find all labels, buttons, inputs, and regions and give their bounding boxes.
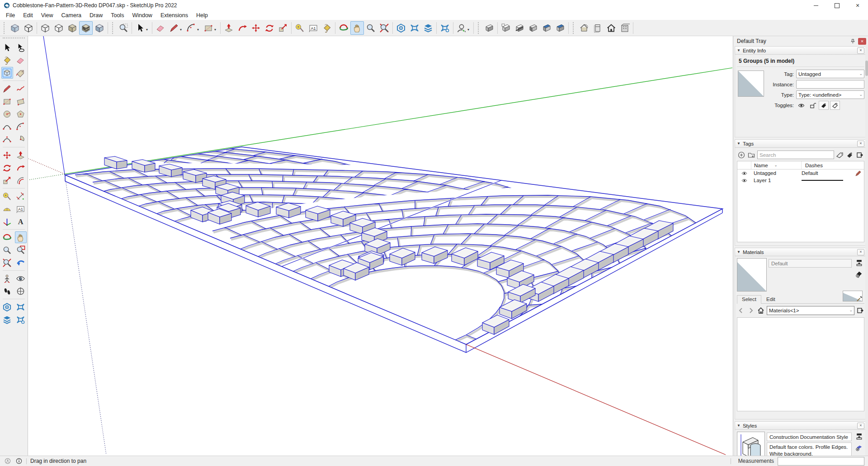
entity-info-header[interactable]: ▼ Entity Info ×: [735, 46, 867, 55]
materials-tab-select[interactable]: Select: [737, 295, 761, 304]
zoom-selection-icon[interactable]: [117, 21, 130, 35]
zoom-icon[interactable]: [1, 244, 13, 256]
instance-input[interactable]: [796, 80, 864, 89]
close-button[interactable]: ×: [847, 0, 868, 11]
toolbar-drag-handle[interactable]: [4, 22, 6, 34]
styles-close-button[interactable]: ×: [857, 423, 864, 429]
material-name-field[interactable]: Default: [769, 259, 852, 268]
axes-icon[interactable]: [1, 216, 13, 227]
zoom-extents-icon[interactable]: [377, 21, 391, 35]
followme-icon[interactable]: [15, 162, 27, 174]
iso-view-icon[interactable]: [577, 21, 591, 35]
tray-close-button[interactable]: ×: [858, 38, 866, 45]
section-plane-icon[interactable]: [482, 21, 496, 35]
pushpull-icon[interactable]: [15, 149, 27, 161]
shaded-textures-icon[interactable]: [79, 21, 93, 35]
lasso-icon[interactable]: [15, 42, 27, 53]
arc3-icon[interactable]: [1, 133, 13, 145]
dimension-icon[interactable]: [15, 190, 27, 202]
walk-icon[interactable]: [1, 285, 13, 297]
forward-arrow-icon[interactable]: [747, 306, 755, 315]
pan-icon[interactable]: [350, 21, 364, 35]
move-icon[interactable]: [1, 149, 13, 161]
rotated-rectangle-icon[interactable]: [15, 95, 27, 107]
ext-cross-icon[interactable]: [408, 21, 421, 35]
tag-edit-pencil-icon[interactable]: [852, 170, 864, 176]
line-icon[interactable]: [167, 21, 181, 35]
circle-icon[interactable]: [1, 108, 13, 120]
add-tag-folder-icon[interactable]: [747, 151, 755, 159]
add-tag-icon[interactable]: [737, 151, 745, 159]
menu-file[interactable]: File: [2, 11, 19, 19]
menu-edit[interactable]: Edit: [19, 11, 37, 19]
tags-column-name[interactable]: Name⌄: [751, 161, 802, 169]
ext-box-icon[interactable]: [1, 301, 13, 313]
pan-icon[interactable]: [15, 231, 27, 243]
tag-row[interactable]: Layer 1: [737, 177, 864, 184]
materials-details-icon[interactable]: [856, 306, 864, 315]
ext-layers-icon[interactable]: [1, 314, 13, 325]
followme-icon[interactable]: [236, 21, 249, 35]
building-view-icon[interactable]: [618, 21, 632, 35]
line-icon[interactable]: [1, 83, 13, 94]
section-fill-icon[interactable]: [526, 21, 540, 35]
tray-scrollbar[interactable]: [865, 45, 868, 456]
menu-extensions[interactable]: Extensions: [156, 11, 192, 19]
menu-window[interactable]: Window: [128, 11, 156, 19]
select-icon[interactable]: [1, 42, 13, 53]
home-icon[interactable]: [757, 306, 765, 315]
tape-icon[interactable]: [1, 190, 13, 202]
cast-shadows-icon[interactable]: [819, 101, 829, 110]
section-display-icon[interactable]: [499, 21, 513, 35]
person-icon[interactable]: [455, 21, 468, 35]
tag-name[interactable]: Untagged: [751, 170, 798, 176]
edit-tag-icon[interactable]: [836, 151, 844, 159]
arc-icon[interactable]: [15, 121, 27, 132]
unlocked-padlock-icon[interactable]: [807, 101, 817, 110]
3d-viewport[interactable]: [28, 36, 732, 456]
palette-drag-handle[interactable]: [3, 38, 25, 41]
paint-bucket-icon[interactable]: [1, 54, 13, 66]
tags-column-dashes[interactable]: Dashes: [802, 161, 864, 169]
component-icon[interactable]: [1, 67, 13, 79]
rotate-icon[interactable]: [263, 21, 276, 35]
menu-draw[interactable]: Draw: [85, 11, 107, 19]
display-secondary-pane-icon[interactable]: [855, 259, 863, 268]
tags-close-button[interactable]: ×: [857, 141, 864, 147]
sample-paint-icon[interactable]: [855, 294, 863, 302]
materials-list[interactable]: [737, 317, 864, 411]
create-style-icon[interactable]: [855, 444, 863, 452]
ext-layers-icon[interactable]: [421, 21, 435, 35]
type-dropdown[interactable]: Type: <undefined>⌄: [796, 90, 864, 99]
tag-dropdown[interactable]: Untagged⌄: [796, 70, 864, 78]
create-material-icon[interactable]: [855, 270, 863, 279]
section-cut-icon[interactable]: [513, 21, 526, 35]
tags-details-icon[interactable]: [856, 151, 864, 159]
arc-icon[interactable]: [184, 21, 198, 35]
toolbar-drag-handle[interactable]: [573, 22, 576, 34]
shaded-icon[interactable]: [66, 21, 79, 35]
scale-icon[interactable]: [1, 174, 13, 186]
select-icon[interactable]: [133, 21, 147, 35]
rectangle-icon[interactable]: [202, 21, 215, 35]
monochrome-icon[interactable]: [93, 21, 106, 35]
zoom-extents-icon[interactable]: [1, 257, 13, 268]
measurements-input[interactable]: [778, 457, 864, 466]
entity-info-close-button[interactable]: ×: [857, 47, 864, 54]
zoom-window-icon[interactable]: [15, 244, 27, 256]
rectangle-icon[interactable]: [1, 95, 13, 107]
ext-cross-gear-icon[interactable]: [438, 21, 452, 35]
tape-icon[interactable]: [293, 21, 307, 35]
move-icon[interactable]: [249, 21, 263, 35]
tag-visibility-eye-icon[interactable]: [737, 178, 751, 184]
menu-view[interactable]: View: [37, 11, 57, 19]
orbit-icon[interactable]: [337, 21, 350, 35]
tag-dashes[interactable]: Default: [798, 170, 852, 176]
receive-shadows-icon[interactable]: [830, 101, 840, 110]
ext-cross-icon[interactable]: [15, 301, 27, 313]
ext-box-icon[interactable]: [394, 21, 408, 35]
pie-icon[interactable]: [15, 133, 27, 145]
back-edges-icon[interactable]: [38, 21, 52, 35]
ext-cross-gear-icon[interactable]: [15, 314, 27, 325]
freehand-icon[interactable]: [15, 83, 27, 94]
